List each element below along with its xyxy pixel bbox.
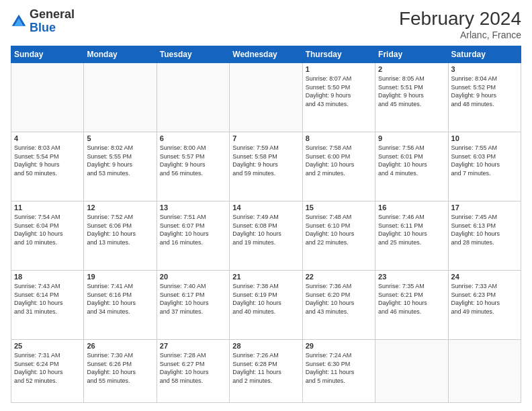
day-header-sunday: Sunday xyxy=(11,46,84,63)
header-row: SundayMondayTuesdayWednesdayThursdayFrid… xyxy=(11,46,521,63)
day-info: Sunrise: 8:02 AMSunset: 5:55 PMDaylight:… xyxy=(87,144,153,177)
calendar-cell xyxy=(375,340,448,403)
day-number: 15 xyxy=(306,203,372,212)
day-info: Sunrise: 7:56 AMSunset: 6:01 PMDaylight:… xyxy=(378,144,445,177)
day-info: Sunrise: 7:33 AMSunset: 6:23 PMDaylight:… xyxy=(451,282,518,316)
calendar-cell: 23Sunrise: 7:35 AMSunset: 6:21 PMDayligh… xyxy=(375,271,448,340)
calendar-cell xyxy=(157,63,229,132)
day-info: Sunrise: 7:48 AMSunset: 6:10 PMDaylight:… xyxy=(306,213,372,246)
calendar-cell: 16Sunrise: 7:46 AMSunset: 6:11 PMDayligh… xyxy=(375,201,448,271)
day-info: Sunrise: 7:30 AMSunset: 6:26 PMDaylight:… xyxy=(87,351,153,385)
day-number: 25 xyxy=(14,342,81,350)
day-info: Sunrise: 7:26 AMSunset: 6:28 PMDaylight:… xyxy=(232,351,299,385)
week-row-2: 4Sunrise: 8:03 AMSunset: 5:54 PMDaylight… xyxy=(11,132,521,201)
day-number: 24 xyxy=(451,273,518,281)
day-number: 16 xyxy=(378,203,445,212)
day-number: 2 xyxy=(378,65,445,73)
day-info: Sunrise: 7:31 AMSunset: 6:24 PMDaylight:… xyxy=(14,351,81,385)
calendar-cell: 5Sunrise: 8:02 AMSunset: 5:55 PMDaylight… xyxy=(84,132,157,201)
calendar-cell: 10Sunrise: 7:55 AMSunset: 6:03 PMDayligh… xyxy=(448,132,521,201)
calendar-cell: 1Sunrise: 8:07 AMSunset: 5:50 PMDaylight… xyxy=(302,63,375,132)
calendar-cell: 28Sunrise: 7:26 AMSunset: 6:28 PMDayligh… xyxy=(230,340,302,403)
day-info: Sunrise: 7:24 AMSunset: 6:30 PMDaylight:… xyxy=(306,351,372,385)
day-info: Sunrise: 7:59 AMSunset: 5:58 PMDaylight:… xyxy=(232,144,299,177)
calendar-cell: 26Sunrise: 7:30 AMSunset: 6:26 PMDayligh… xyxy=(84,340,157,403)
day-number: 26 xyxy=(87,342,153,350)
day-number: 12 xyxy=(87,203,153,212)
day-info: Sunrise: 7:55 AMSunset: 6:03 PMDaylight:… xyxy=(451,144,518,177)
calendar-cell: 3Sunrise: 8:04 AMSunset: 5:52 PMDaylight… xyxy=(448,63,521,132)
day-info: Sunrise: 7:45 AMSunset: 6:13 PMDaylight:… xyxy=(451,213,518,246)
day-number: 8 xyxy=(306,134,372,142)
calendar-cell: 9Sunrise: 7:56 AMSunset: 6:01 PMDaylight… xyxy=(375,132,448,201)
day-info: Sunrise: 7:49 AMSunset: 6:08 PMDaylight:… xyxy=(232,213,299,246)
day-number: 29 xyxy=(306,342,372,350)
calendar-cell: 18Sunrise: 7:43 AMSunset: 6:14 PMDayligh… xyxy=(11,271,84,340)
day-number: 11 xyxy=(14,203,81,212)
day-info: Sunrise: 8:00 AMSunset: 5:57 PMDaylight:… xyxy=(160,144,226,177)
day-header-monday: Monday xyxy=(84,46,157,63)
calendar-cell: 2Sunrise: 8:05 AMSunset: 5:51 PMDaylight… xyxy=(375,63,448,132)
month-title: February 2024 xyxy=(399,8,521,30)
day-number: 13 xyxy=(160,203,226,212)
calendar-cell: 19Sunrise: 7:41 AMSunset: 6:16 PMDayligh… xyxy=(84,271,157,340)
calendar-cell: 11Sunrise: 7:54 AMSunset: 6:04 PMDayligh… xyxy=(11,201,84,271)
calendar-cell xyxy=(11,63,84,132)
day-header-tuesday: Tuesday xyxy=(157,46,229,63)
day-number: 23 xyxy=(378,273,445,281)
day-number: 3 xyxy=(451,65,518,73)
day-number: 1 xyxy=(306,65,372,73)
calendar-cell: 13Sunrise: 7:51 AMSunset: 6:07 PMDayligh… xyxy=(157,201,229,271)
calendar-cell: 12Sunrise: 7:52 AMSunset: 6:06 PMDayligh… xyxy=(84,201,157,271)
week-row-3: 11Sunrise: 7:54 AMSunset: 6:04 PMDayligh… xyxy=(11,201,521,271)
calendar-table: SundayMondayTuesdayWednesdayThursdayFrid… xyxy=(11,46,521,403)
day-info: Sunrise: 7:51 AMSunset: 6:07 PMDaylight:… xyxy=(160,213,226,246)
logo-blue: Blue xyxy=(30,21,56,34)
day-number: 22 xyxy=(306,273,372,281)
day-info: Sunrise: 7:40 AMSunset: 6:17 PMDaylight:… xyxy=(160,282,226,316)
calendar-cell: 8Sunrise: 7:58 AMSunset: 6:00 PMDaylight… xyxy=(302,132,375,201)
day-info: Sunrise: 7:54 AMSunset: 6:04 PMDaylight:… xyxy=(14,213,81,246)
day-info: Sunrise: 7:41 AMSunset: 6:16 PMDaylight:… xyxy=(87,282,153,316)
calendar-cell: 22Sunrise: 7:36 AMSunset: 6:20 PMDayligh… xyxy=(302,271,375,340)
day-header-thursday: Thursday xyxy=(302,46,375,63)
calendar-cell: 29Sunrise: 7:24 AMSunset: 6:30 PMDayligh… xyxy=(302,340,375,403)
logo-general: General xyxy=(30,7,75,21)
calendar-cell: 25Sunrise: 7:31 AMSunset: 6:24 PMDayligh… xyxy=(11,340,84,403)
day-header-saturday: Saturday xyxy=(448,46,521,63)
day-info: Sunrise: 7:36 AMSunset: 6:20 PMDaylight:… xyxy=(306,282,372,316)
calendar-cell: 27Sunrise: 7:28 AMSunset: 6:27 PMDayligh… xyxy=(157,340,229,403)
day-info: Sunrise: 7:52 AMSunset: 6:06 PMDaylight:… xyxy=(87,213,153,246)
week-row-4: 18Sunrise: 7:43 AMSunset: 6:14 PMDayligh… xyxy=(11,271,521,340)
week-row-5: 25Sunrise: 7:31 AMSunset: 6:24 PMDayligh… xyxy=(11,340,521,403)
day-number: 7 xyxy=(232,134,299,142)
day-info: Sunrise: 7:38 AMSunset: 6:19 PMDaylight:… xyxy=(232,282,299,316)
page: General Blue February 2024 Arlanc, Franc… xyxy=(0,0,532,411)
day-number: 14 xyxy=(232,203,299,212)
calendar-cell: 7Sunrise: 7:59 AMSunset: 5:58 PMDaylight… xyxy=(230,132,302,201)
day-number: 28 xyxy=(232,342,299,350)
calendar-cell: 15Sunrise: 7:48 AMSunset: 6:10 PMDayligh… xyxy=(302,201,375,271)
calendar-cell: 24Sunrise: 7:33 AMSunset: 6:23 PMDayligh… xyxy=(448,271,521,340)
day-number: 27 xyxy=(160,342,226,350)
day-info: Sunrise: 7:35 AMSunset: 6:21 PMDaylight:… xyxy=(378,282,445,316)
logo-text: General Blue xyxy=(30,8,75,35)
day-info: Sunrise: 8:04 AMSunset: 5:52 PMDaylight:… xyxy=(451,75,518,108)
calendar-cell: 14Sunrise: 7:49 AMSunset: 6:08 PMDayligh… xyxy=(230,201,302,271)
calendar-cell: 6Sunrise: 8:00 AMSunset: 5:57 PMDaylight… xyxy=(157,132,229,201)
calendar-cell: 17Sunrise: 7:45 AMSunset: 6:13 PMDayligh… xyxy=(448,201,521,271)
day-number: 19 xyxy=(87,273,153,281)
day-info: Sunrise: 7:58 AMSunset: 6:00 PMDaylight:… xyxy=(306,144,372,177)
calendar-cell xyxy=(230,63,302,132)
day-info: Sunrise: 8:03 AMSunset: 5:54 PMDaylight:… xyxy=(14,144,81,177)
day-info: Sunrise: 7:43 AMSunset: 6:14 PMDaylight:… xyxy=(14,282,81,316)
day-header-friday: Friday xyxy=(375,46,448,63)
calendar-cell xyxy=(448,340,521,403)
day-info: Sunrise: 8:07 AMSunset: 5:50 PMDaylight:… xyxy=(306,75,372,108)
calendar-cell xyxy=(84,63,157,132)
logo: General Blue xyxy=(11,8,75,35)
week-row-1: 1Sunrise: 8:07 AMSunset: 5:50 PMDaylight… xyxy=(11,63,521,132)
day-number: 6 xyxy=(160,134,226,142)
title-block: February 2024 Arlanc, France xyxy=(399,8,521,40)
day-number: 21 xyxy=(232,273,299,281)
